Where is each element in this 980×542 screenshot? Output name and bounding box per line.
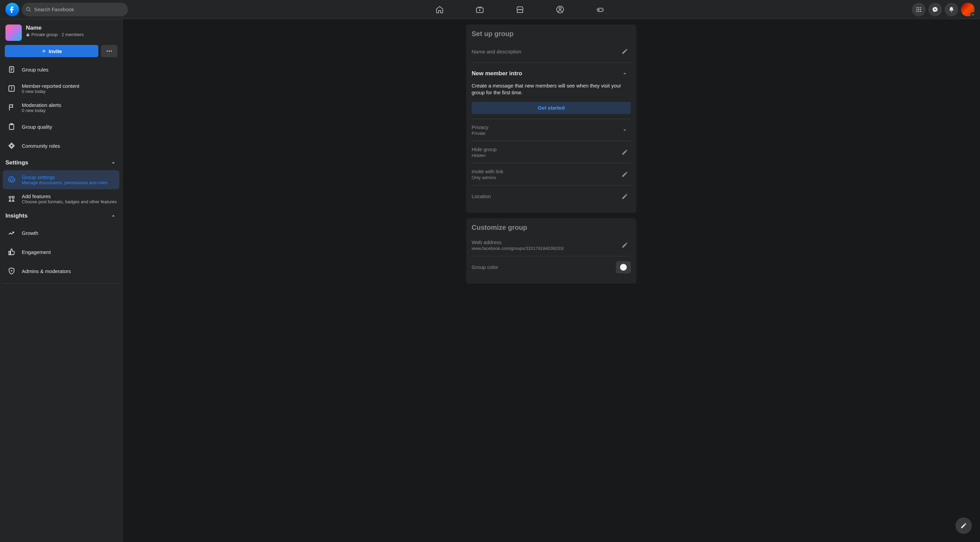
setting-location[interactable]: Location	[472, 185, 631, 207]
compose-icon	[960, 522, 967, 529]
sidebar-community-roles[interactable]: Community roles	[3, 136, 119, 155]
search-icon	[26, 7, 31, 12]
section-insights[interactable]: Insights	[3, 208, 119, 223]
sidebar-reported-content[interactable]: Member-reported content 0 new today	[3, 79, 119, 98]
nav-gaming[interactable]	[582, 1, 619, 18]
svg-point-5	[918, 7, 920, 8]
svg-point-11	[918, 11, 920, 11]
svg-point-8	[918, 9, 920, 10]
sidebar-item-label: Group quality	[22, 124, 52, 130]
chevron-down-icon	[621, 127, 628, 134]
svg-point-13	[107, 50, 108, 51]
messenger-icon	[932, 6, 938, 13]
setting-hide-group[interactable]: Hide group Hidden	[472, 141, 631, 163]
diamond-icon	[8, 142, 15, 150]
setting-label: Location	[472, 193, 619, 199]
group-thumbnail[interactable]	[5, 24, 22, 41]
shapes-icon	[8, 195, 15, 202]
svg-point-9	[920, 9, 921, 10]
sidebar-admins[interactable]: Admins & moderators	[3, 261, 119, 281]
setting-label: New member intro	[472, 70, 522, 77]
more-button[interactable]	[101, 45, 118, 57]
group-info: Name Private group · 2 members	[26, 24, 84, 41]
group-name[interactable]: Name	[26, 24, 84, 31]
svg-rect-20	[12, 196, 14, 198]
pencil-icon	[621, 48, 628, 55]
pencil-icon	[621, 171, 628, 178]
sidebar-item-sub: Choose post formats, badges and other fe…	[22, 199, 117, 204]
sidebar-item-label: Member-reported content	[22, 83, 79, 89]
setting-label: Hide group	[472, 147, 619, 152]
setting-name-description[interactable]: Name and description	[472, 40, 631, 62]
profile-avatar[interactable]	[961, 3, 975, 16]
action-row: Invite	[3, 45, 119, 60]
sidebar-growth[interactable]: Growth	[3, 223, 119, 242]
color-circle	[620, 264, 627, 271]
sidebar-item-sub: 0 new today	[22, 108, 61, 113]
top-nav-right	[912, 3, 975, 16]
messenger-button[interactable]	[928, 3, 942, 16]
flag-icon	[8, 104, 15, 111]
svg-point-10	[916, 11, 917, 11]
nav-marketplace[interactable]	[501, 1, 539, 18]
invite-button[interactable]: Invite	[5, 45, 98, 57]
sidebar: Name Private group · 2 members Invite Gr…	[0, 19, 123, 542]
search-input[interactable]	[34, 6, 124, 12]
edit-button[interactable]	[619, 45, 631, 57]
sidebar-item-label: Add features	[22, 193, 117, 199]
edit-button[interactable]	[619, 146, 631, 158]
nav-watch[interactable]	[461, 1, 498, 18]
clipboard-icon	[8, 123, 15, 131]
pencil-icon	[621, 242, 628, 249]
sidebar-group-settings[interactable]: Group settings Manage discussions, permi…	[3, 170, 119, 189]
gaming-icon	[596, 5, 605, 14]
sidebar-moderation-alerts[interactable]: Moderation alerts 0 new today	[3, 98, 119, 117]
edit-button[interactable]	[619, 239, 631, 251]
grid-icon	[916, 6, 922, 13]
setup-card: Set up group Name and description New me…	[466, 24, 636, 213]
group-meta: Private group · 2 members	[26, 32, 84, 37]
rules-icon	[8, 66, 15, 73]
svg-point-6	[920, 7, 921, 8]
pencil-icon	[621, 193, 628, 200]
setting-label: Web address	[472, 239, 619, 245]
setting-web-address[interactable]: Web address www.facebook.com/groups/3201…	[472, 234, 631, 256]
main-content: Set up group Name and description New me…	[123, 19, 980, 542]
collapse-button[interactable]	[619, 67, 631, 80]
search-box[interactable]	[22, 3, 128, 16]
get-started-button[interactable]: Get started	[472, 102, 631, 114]
sidebar-group-quality[interactable]: Group quality	[3, 117, 119, 136]
group-members[interactable]: 2 members	[62, 32, 84, 37]
setting-label: Group color	[472, 264, 616, 270]
invite-label: Invite	[49, 48, 62, 54]
setting-group-color[interactable]: Group color	[472, 256, 631, 278]
setting-value: Private	[472, 131, 619, 136]
facebook-logo[interactable]	[5, 3, 19, 16]
nav-groups[interactable]	[541, 1, 579, 18]
sidebar-engagement[interactable]: Engagement	[3, 242, 119, 261]
sidebar-item-label: Group settings	[22, 174, 107, 180]
sidebar-group-rules[interactable]: Group rules	[3, 60, 119, 79]
new-member-description: Create a message that new members will s…	[472, 82, 631, 96]
nav-home[interactable]	[421, 1, 458, 18]
gear-icon	[8, 176, 15, 183]
thumb-icon	[8, 248, 15, 256]
notifications-button[interactable]	[945, 3, 958, 16]
expand-button[interactable]	[619, 124, 631, 136]
top-nav-center	[128, 1, 912, 18]
customize-card: Customize group Web address www.facebook…	[466, 218, 636, 284]
setting-privacy[interactable]: Privacy Private	[472, 119, 631, 141]
chevron-up-icon	[110, 159, 117, 166]
setting-label: Privacy	[472, 124, 619, 130]
menu-button[interactable]	[912, 3, 926, 16]
home-icon	[436, 5, 444, 14]
edit-button[interactable]	[619, 190, 631, 202]
section-settings[interactable]: Settings	[3, 155, 119, 170]
edit-button[interactable]	[619, 168, 631, 180]
compose-button[interactable]	[956, 518, 972, 534]
chevron-up-icon	[110, 212, 117, 219]
color-picker-button[interactable]	[616, 261, 631, 273]
sidebar-add-features[interactable]: Add features Choose post formats, badges…	[3, 189, 119, 208]
setting-invite-link[interactable]: Invite with link Only admins	[472, 163, 631, 185]
marketplace-icon	[516, 5, 524, 14]
